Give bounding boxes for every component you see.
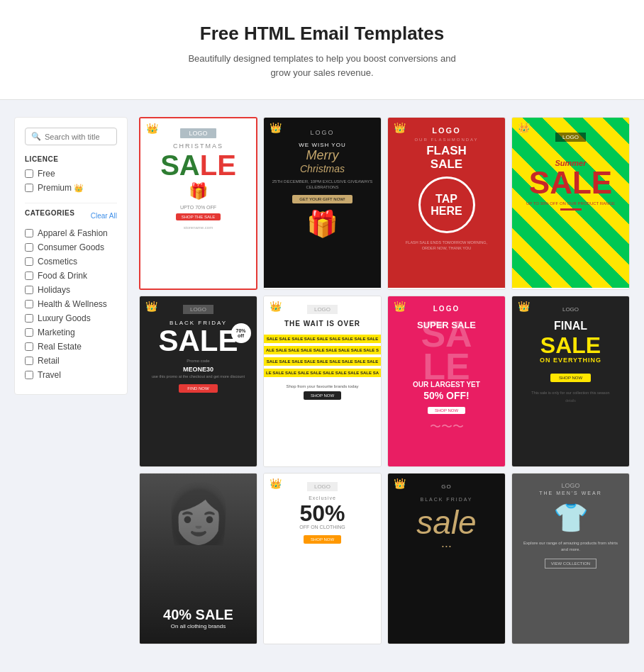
shop-btn-6[interactable]: SHOP NOW: [304, 391, 341, 400]
search-box[interactable]: 🔍: [25, 128, 117, 145]
gift-icon-2: 🎁: [306, 209, 338, 239]
clear-all-button[interactable]: Clear All: [91, 212, 117, 220]
logo-label-5: LOGO: [183, 305, 213, 314]
merry-text: Merry: [306, 148, 339, 163]
main-layout: 🔍 LICENCE Free Premium 👑 CATEGORIES Clea…: [0, 100, 644, 661]
mens-label-12: THE MEN'S WEAR: [539, 491, 601, 495]
exclusive-text: Exclusive: [309, 495, 336, 500]
sidebar: 🔍 LICENCE Free Premium 👑 CATEGORIES Clea…: [14, 117, 128, 395]
shop-btn-1[interactable]: SHOP THE SALE: [176, 213, 221, 220]
licence-section: LICENCE Free Premium 👑: [25, 155, 117, 193]
template-card-5[interactable]: 👑 LOGO BLACK FRIDAY SA LE 70%off Promo c…: [139, 296, 257, 467]
sidebar-item-luxury[interactable]: Luxury Goods: [25, 313, 117, 323]
premium-checkbox[interactable]: [25, 184, 33, 192]
off-clothing-text: OFF ON CLOTHING: [299, 525, 345, 530]
crown-icon-2: 👑: [270, 122, 282, 133]
sidebar-item-realestate[interactable]: Real Estate: [25, 342, 117, 352]
sale-big-4: SALE: [518, 167, 623, 198]
free-checkbox[interactable]: [25, 169, 33, 178]
apparel-checkbox[interactable]: [25, 229, 33, 237]
template-card-4[interactable]: 👑 LOGO Summer SALE UP TO 30% OFF ON OUR …: [511, 117, 630, 290]
sidebar-item-health[interactable]: Health & Wellness: [25, 299, 117, 309]
crown-icon-5: 👑: [145, 301, 157, 312]
le-text: LE 70%off: [200, 326, 238, 356]
sidebar-item-free[interactable]: Free: [25, 169, 117, 179]
template-card-1[interactable]: 👑 LOGO CHRISTMAS SALE 🎁 UPTO 70% OFF SHO…: [139, 117, 257, 290]
sale-script-11: sale: [416, 506, 476, 539]
retail-checkbox[interactable]: [25, 357, 33, 365]
underline-4: [560, 208, 582, 211]
details-note: details: [565, 398, 575, 403]
retail-label: Retail: [38, 356, 60, 366]
template-card-11[interactable]: 👑 GO BLACK FRIDAY sale • • •: [387, 473, 506, 644]
flash-sale-text: FLASHSALE: [426, 145, 467, 171]
christmas-text: Christmas: [300, 163, 345, 174]
sidebar-item-premium[interactable]: Premium 👑: [25, 183, 117, 193]
premium-label: Premium 👑: [38, 183, 84, 193]
promo-desc: use this promo at the checkout and get m…: [152, 374, 245, 380]
shirt-icon-12: 👕: [553, 501, 589, 534]
realestate-label: Real Estate: [38, 342, 82, 352]
logo-label-12: LOGO: [561, 482, 579, 489]
health-label: Health & Wellness: [38, 299, 107, 309]
sidebar-item-food[interactable]: Food & Drink: [25, 271, 117, 281]
holidays-checkbox[interactable]: [25, 286, 33, 294]
page-header: Free HTML Email Templates Beautifully de…: [0, 0, 644, 100]
sidebar-item-consumer[interactable]: Consumer Goods: [25, 242, 117, 252]
logo-label-10: LOGO: [307, 482, 338, 491]
shop-btn-8[interactable]: SHOP NOW: [550, 374, 591, 382]
travel-checkbox[interactable]: [25, 371, 33, 379]
sidebar-item-retail[interactable]: Retail: [25, 356, 117, 366]
template-card-10[interactable]: 👑 LOGO Exclusive 50% OFF ON CLOTHING SHO…: [263, 473, 382, 644]
luxury-label: Luxury Goods: [38, 313, 91, 323]
largest-text: OUR LARGEST YET: [413, 381, 480, 388]
cosmetics-checkbox[interactable]: [25, 257, 33, 266]
marketing-checkbox[interactable]: [25, 328, 33, 337]
dots-11: • • •: [442, 543, 451, 549]
crown-icon-6: 👑: [270, 301, 282, 312]
search-input[interactable]: [45, 133, 111, 141]
template-card-12[interactable]: LOGO THE MEN'S WEAR 👕 Explore our range …: [511, 473, 630, 644]
sidebar-item-holidays[interactable]: Holidays: [25, 285, 117, 295]
template-card-6[interactable]: 👑 LOGO THE WAIT IS OVER SALE SALE SALE S…: [263, 296, 382, 467]
crown-icon-4: 👑: [518, 122, 530, 133]
tape-4: LE SALE SALE SALE SALE SALE SALE SALE SA…: [264, 369, 381, 377]
health-checkbox[interactable]: [25, 300, 33, 308]
shop-btn-7[interactable]: SHOP NOW: [428, 407, 465, 414]
tape-3: SALE SALE SALE SALE SALE SALE SALE SALE …: [264, 357, 381, 366]
template-card-3[interactable]: 👑 LOGO OUR FLASHMONDAY FLASHSALE TAPHERE…: [387, 117, 506, 290]
template-card-8[interactable]: 👑 LOGO FINAL SALE ON EVERYTHING SHOP NOW…: [511, 296, 630, 467]
on-everything: ON EVERYTHING: [540, 357, 601, 364]
sidebar-item-marketing[interactable]: Marketing: [25, 327, 117, 337]
logo-bar-1: LOGO: [180, 128, 216, 138]
food-label: Food & Drink: [38, 271, 87, 281]
find-btn-5[interactable]: FIND NOW: [179, 384, 217, 393]
shop-btn-10[interactable]: SHOP NOW: [304, 535, 341, 544]
travel-label: Travel: [38, 370, 61, 380]
logo-label-6: LOGO: [307, 305, 338, 314]
view-btn-12[interactable]: VIEW COLLECTION: [545, 559, 596, 569]
holidays-label: Holidays: [38, 285, 70, 295]
tap-text: TAPHERE: [431, 193, 462, 218]
logo-label-8: LOGO: [562, 306, 579, 313]
crown-icon-10: 👑: [270, 478, 282, 489]
sa-text: SA: [158, 326, 199, 356]
licence-title: LICENCE: [25, 155, 117, 163]
xmas-label: CHRISTMAS: [173, 142, 223, 150]
flash-bottom-text: FLASH SALE ENDS TOMORROW MORNING,ORDER N…: [406, 240, 487, 251]
sidebar-item-travel[interactable]: Travel: [25, 370, 117, 380]
sidebar-item-cosmetics[interactable]: Cosmetics: [25, 257, 117, 267]
consumer-checkbox[interactable]: [25, 243, 33, 252]
promo-code: MEONE30: [183, 366, 213, 373]
fashion-content: 40% SALE On all clothing brands: [140, 607, 257, 629]
sidebar-item-apparel[interactable]: Apparel & Fashion: [25, 228, 117, 238]
realestate-checkbox[interactable]: [25, 342, 33, 351]
template-card-9[interactable]: 👩 40% SALE On all clothing brands: [139, 473, 257, 644]
template-card-7[interactable]: 👑 LOGO SA SUPER SALE LE OUR LARGEST YET …: [387, 296, 506, 467]
food-checkbox[interactable]: [25, 271, 33, 280]
template-card-2[interactable]: 👑 LOGO WE WISH YOU Merry Christmas 25TH …: [263, 117, 382, 290]
off-line-4: UP TO 30% OFF ON OUR PRODUCT RANGE: [518, 201, 623, 206]
luxury-checkbox[interactable]: [25, 314, 33, 323]
page-subtitle: Beautifully designed templates to help y…: [187, 52, 457, 79]
get-gift-btn[interactable]: GET YOUR GIFT NOW!: [292, 195, 352, 203]
